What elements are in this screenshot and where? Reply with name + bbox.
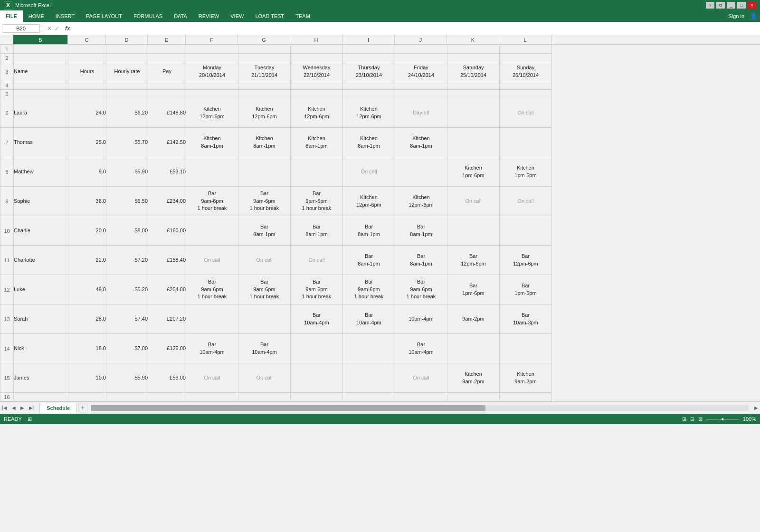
cell-e2[interactable] <box>148 54 186 62</box>
cell-sarah-rate[interactable]: $7.40 <box>106 304 148 334</box>
cell-james-rate[interactable]: $5.90 <box>106 363 148 393</box>
cell-d4[interactable] <box>106 81 148 90</box>
cell-sophie-mon[interactable]: Bar9am-6pm1 hour break <box>186 187 238 216</box>
cell-charlotte-mon[interactable]: On call <box>186 246 238 275</box>
row-num-1[interactable]: 1 <box>0 45 14 54</box>
cell-charlotte-name[interactable]: Charlotte <box>14 246 68 275</box>
cell-laura-tue[interactable]: Kitchen12pm-6pm <box>238 98 291 128</box>
cell-charlie-wed[interactable]: Bar8am-1pm <box>291 216 343 246</box>
cell-sarah-name[interactable]: Sarah <box>14 304 68 334</box>
cell-e5[interactable] <box>148 90 186 98</box>
cell-thomas-sun[interactable] <box>500 128 552 157</box>
cell-matthew-sat[interactable]: Kitchen1pm-6pm <box>447 157 500 187</box>
cell-thomas-wed[interactable]: Kitchen8am-1pm <box>291 128 343 157</box>
sheet-nav-prev[interactable]: ◀ <box>10 404 18 411</box>
row-num-9[interactable]: 9 <box>0 187 14 216</box>
cell-sarah-sat[interactable]: 9am-2pm <box>447 304 500 334</box>
cell-c4[interactable] <box>68 81 106 90</box>
col-header-i[interactable]: I <box>342 35 395 44</box>
cell-b16[interactable] <box>14 393 68 401</box>
cell-g1[interactable] <box>238 45 291 54</box>
cell-sarah-thu[interactable]: Bar10am-4pm <box>343 304 395 334</box>
cell-charlotte-hours[interactable]: 22.0 <box>68 246 106 275</box>
cell-matthew-mon[interactable] <box>186 157 238 187</box>
view-page-icon[interactable]: ⊟ <box>690 416 694 422</box>
scroll-right-button[interactable]: ▶ <box>752 405 760 410</box>
cell-james-fri[interactable]: On call <box>395 363 447 393</box>
col-header-b[interactable]: B <box>13 35 68 44</box>
cell-k5[interactable] <box>447 90 500 98</box>
cell-sophie-tue[interactable]: Bar9am-6pm1 hour break <box>238 187 291 216</box>
row-num-8[interactable]: 8 <box>0 157 14 187</box>
grid-scroll[interactable]: 1 2 <box>0 45 760 401</box>
cell-matthew-hours[interactable]: 9.0 <box>68 157 106 187</box>
cell-hours-header[interactable]: Hours <box>68 62 106 81</box>
cell-nick-pay[interactable]: £126.00 <box>148 334 186 363</box>
col-header-k[interactable]: K <box>447 35 499 44</box>
cell-k1[interactable] <box>447 45 500 54</box>
tab-file[interactable]: FILE <box>0 10 23 22</box>
cell-laura-pay[interactable]: £148.80 <box>148 98 186 128</box>
maximize-button[interactable]: □ <box>737 2 746 9</box>
row-num-12[interactable]: 12 <box>0 275 14 304</box>
cell-nick-rate[interactable]: $7.00 <box>106 334 148 363</box>
cell-luke-thu[interactable]: Bar9am-6pm1 hour break <box>343 275 395 304</box>
cell-sarah-tue[interactable] <box>238 304 291 334</box>
cell-b1[interactable] <box>14 45 68 54</box>
cell-f4[interactable] <box>186 81 238 90</box>
cell-thomas-sat[interactable] <box>447 128 500 157</box>
cell-i4[interactable] <box>343 81 395 90</box>
cell-c2[interactable] <box>68 54 106 62</box>
close-button[interactable]: ✕ <box>748 2 756 9</box>
cell-james-hours[interactable]: 10.0 <box>68 363 106 393</box>
sign-in-button[interactable]: Sign in <box>722 13 750 19</box>
cell-reference-input[interactable]: B20 <box>2 24 40 33</box>
row-num-7[interactable]: 7 <box>0 128 14 157</box>
cell-d16[interactable] <box>106 393 148 401</box>
cell-sarah-fri[interactable]: 10am-4pm <box>395 304 447 334</box>
cell-nick-sat[interactable] <box>447 334 500 363</box>
cell-b2[interactable] <box>14 54 68 62</box>
cell-thomas-thu[interactable]: Kitchen8am-1pm <box>343 128 395 157</box>
row-num-3[interactable]: 3 <box>0 62 14 81</box>
cell-matthew-thu[interactable]: On call <box>343 157 395 187</box>
cell-sophie-fri[interactable]: Kitchen12pm-6pm <box>395 187 447 216</box>
cell-l4[interactable] <box>500 81 552 90</box>
cell-james-sat[interactable]: Kitchen9am-2pm <box>447 363 500 393</box>
row-num-6[interactable]: 6 <box>0 98 14 128</box>
cell-charlie-thu[interactable]: Bar8am-1pm <box>343 216 395 246</box>
sheet-tab-schedule[interactable]: Schedule <box>39 403 77 413</box>
cell-charlie-sat[interactable] <box>447 216 500 246</box>
tab-data[interactable]: DATA <box>168 10 193 22</box>
cell-matthew-wed[interactable] <box>291 157 343 187</box>
cell-matthew-tue[interactable] <box>238 157 291 187</box>
cell-charlotte-rate[interactable]: $7.20 <box>106 246 148 275</box>
cell-pay-header[interactable]: Pay <box>148 62 186 81</box>
cell-friday-header[interactable]: Friday24/10/2014 <box>395 62 447 81</box>
cell-sarah-mon[interactable] <box>186 304 238 334</box>
row-num-13[interactable]: 13 <box>0 304 14 334</box>
col-header-j[interactable]: J <box>395 35 447 44</box>
cell-c16[interactable] <box>68 393 106 401</box>
cell-nick-name[interactable]: Nick <box>14 334 68 363</box>
cell-j1[interactable] <box>395 45 447 54</box>
cell-d1[interactable] <box>106 45 148 54</box>
cell-f1[interactable] <box>186 45 238 54</box>
cancel-icon[interactable]: ✕ <box>47 25 52 32</box>
cell-charlie-name[interactable]: Charlie <box>14 216 68 246</box>
row-num-16[interactable]: 16 <box>0 393 14 401</box>
cell-luke-hours[interactable]: 49.0 <box>68 275 106 304</box>
tab-view[interactable]: VIEW <box>225 10 249 22</box>
cell-nick-mon[interactable]: Bar10am-4pm <box>186 334 238 363</box>
cell-thomas-rate[interactable]: $5.70 <box>106 128 148 157</box>
row-num-10[interactable]: 10 <box>0 216 14 246</box>
cell-l2[interactable] <box>500 54 552 62</box>
cell-luke-fri[interactable]: Bar9am-6pm1 hour break <box>395 275 447 304</box>
zoom-slider[interactable]: ────●──── <box>706 416 739 422</box>
cell-l1[interactable] <box>500 45 552 54</box>
tab-insert[interactable]: INSERT <box>50 10 80 22</box>
cell-i16[interactable] <box>343 393 395 401</box>
cell-e4[interactable] <box>148 81 186 90</box>
cell-charlotte-pay[interactable]: £158.40 <box>148 246 186 275</box>
cell-charlotte-sun[interactable]: Bar12pm-6pm <box>500 246 552 275</box>
